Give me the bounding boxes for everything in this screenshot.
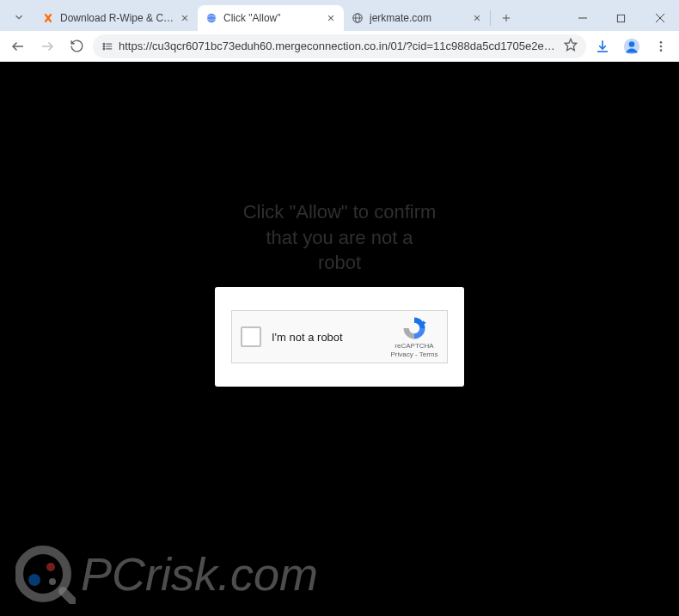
svg-point-30: [660, 41, 663, 44]
svg-line-38: [63, 591, 74, 602]
tab-3[interactable]: jerkmate.com: [344, 5, 490, 31]
browser-toolbar: https://cu3qcr6071bc73eduh60.mergeconnec…: [0, 31, 679, 62]
svg-point-37: [49, 578, 56, 585]
url-text: https://cu3qcr6071bc73eduh60.mergeconnec…: [119, 40, 559, 52]
svg-point-29: [629, 41, 635, 47]
recaptcha-card: I'm not a robot reCAPTCHA Privacy - Term…: [215, 287, 464, 387]
recaptcha-brand-links[interactable]: Privacy - Terms: [391, 351, 438, 359]
recaptcha-icon: [401, 315, 427, 341]
reload-button[interactable]: [64, 34, 89, 59]
maximize-button[interactable]: [602, 5, 640, 31]
svg-point-19: [103, 43, 105, 45]
bookmark-star-icon[interactable]: [564, 38, 578, 54]
globe-icon: [351, 11, 364, 25]
recaptcha-brand-name: reCAPTCHA: [395, 342, 433, 351]
svg-rect-14: [617, 15, 624, 21]
tab-1-title: Download R-Wipe & Clean 20.0: [60, 12, 175, 24]
recaptcha-widget[interactable]: I'm not a robot reCAPTCHA Privacy - Term…: [231, 310, 448, 363]
favicon-icon: [205, 11, 218, 25]
profile-button[interactable]: [619, 34, 645, 59]
close-window-button[interactable]: [640, 5, 679, 31]
window-controls: [563, 5, 679, 31]
prompt-line-2: that you are not a: [0, 225, 679, 251]
svg-point-32: [660, 49, 663, 52]
close-icon[interactable]: [471, 12, 483, 24]
tab-search-button[interactable]: [9, 7, 29, 27]
watermark: PCrisk.com: [15, 544, 318, 604]
tab-2-title: Click "Allow": [223, 12, 321, 24]
back-button[interactable]: [5, 34, 31, 59]
tab-2-active[interactable]: Click "Allow": [198, 5, 344, 31]
recaptcha-brand: reCAPTCHA Privacy - Terms: [390, 315, 438, 358]
close-icon[interactable]: [179, 12, 191, 24]
new-tab-button[interactable]: [494, 6, 518, 30]
window-titlebar: Download R-Wipe & Clean 20.0 Click "Allo…: [0, 0, 679, 31]
svg-point-35: [28, 574, 40, 586]
svg-marker-25: [565, 39, 576, 50]
close-icon[interactable]: [325, 12, 337, 24]
svg-point-23: [103, 48, 105, 50]
menu-button[interactable]: [648, 34, 674, 59]
tab-strip: Download R-Wipe & Clean 20.0 Click "Allo…: [34, 5, 518, 31]
favicon-icon: [41, 11, 55, 25]
forward-button[interactable]: [34, 34, 60, 59]
fake-prompt-text: Click "Allow" to confirm that you are no…: [0, 199, 679, 276]
site-info-icon[interactable]: [101, 40, 113, 52]
address-bar[interactable]: https://cu3qcr6071bc73eduh60.mergeconnec…: [93, 34, 586, 58]
svg-point-2: [207, 14, 217, 23]
svg-point-21: [103, 46, 105, 47]
svg-point-31: [660, 45, 663, 47]
watermark-logo-icon: [15, 544, 76, 604]
prompt-line-1: Click "Allow" to confirm: [0, 199, 679, 225]
tab-separator: [490, 10, 491, 26]
watermark-text: PCrisk.com: [81, 547, 318, 601]
tab-1[interactable]: Download R-Wipe & Clean 20.0: [34, 5, 198, 31]
recaptcha-checkbox[interactable]: [241, 326, 261, 347]
svg-point-36: [46, 563, 55, 571]
prompt-line-3: robot: [0, 250, 679, 276]
page-content: Click "Allow" to confirm that you are no…: [0, 62, 679, 616]
tab-3-title: jerkmate.com: [370, 12, 468, 24]
svg-marker-33: [423, 320, 426, 325]
downloads-button[interactable]: [590, 34, 615, 59]
minimize-button[interactable]: [563, 5, 602, 31]
recaptcha-label: I'm not a robot: [272, 331, 390, 344]
